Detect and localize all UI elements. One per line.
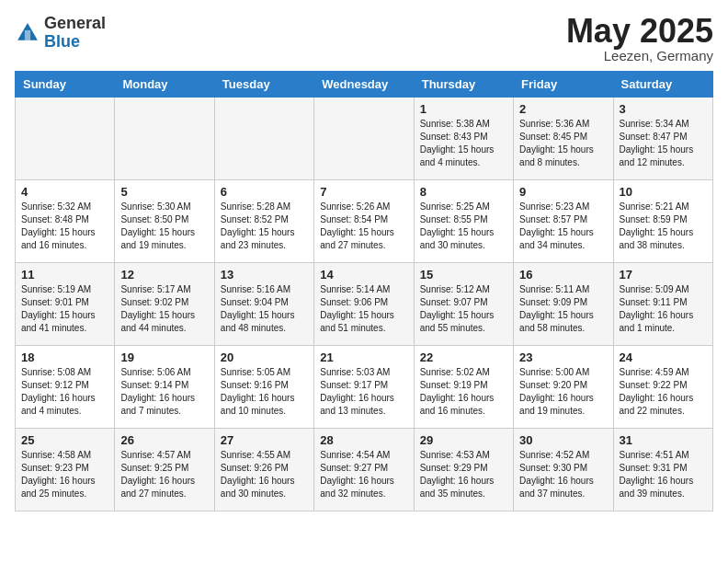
calendar-cell: 5Sunrise: 5:30 AM Sunset: 8:50 PM Daylig… [115,180,214,263]
weekday-header: Monday [115,72,214,98]
day-info: Sunrise: 5:21 AM Sunset: 8:59 PM Dayligh… [620,201,707,252]
title-block: May 2025 Leezen, Germany [566,15,713,63]
day-number: 15 [420,268,507,282]
day-info: Sunrise: 5:02 AM Sunset: 9:19 PM Dayligh… [420,366,507,418]
calendar-week-row: 1Sunrise: 5:38 AM Sunset: 8:43 PM Daylig… [16,98,713,180]
day-info: Sunrise: 4:52 AM Sunset: 9:30 PM Dayligh… [519,449,607,500]
day-number: 11 [21,268,108,282]
calendar-cell: 28Sunrise: 4:54 AM Sunset: 9:27 PM Dayli… [314,429,414,511]
calendar-cell: 27Sunrise: 4:55 AM Sunset: 9:26 PM Dayli… [214,429,313,511]
day-info: Sunrise: 5:17 AM Sunset: 9:02 PM Dayligh… [120,283,208,335]
day-number: 6 [221,185,308,199]
day-number: 23 [519,350,607,364]
calendar-cell [16,98,115,180]
day-number: 21 [320,350,407,364]
calendar-cell: 31Sunrise: 4:51 AM Sunset: 9:31 PM Dayli… [613,429,712,511]
page-header: General Blue May 2025 Leezen, Germany [15,15,713,63]
day-number: 1 [420,102,507,116]
weekday-header: Wednesday [314,72,414,98]
calendar-cell: 9Sunrise: 5:23 AM Sunset: 8:57 PM Daylig… [514,180,613,263]
day-number: 27 [221,433,308,447]
calendar-cell: 29Sunrise: 4:53 AM Sunset: 9:29 PM Dayli… [414,429,513,511]
calendar-cell [314,98,414,180]
calendar-cell: 17Sunrise: 5:09 AM Sunset: 9:11 PM Dayli… [613,263,712,346]
day-info: Sunrise: 4:54 AM Sunset: 9:27 PM Dayligh… [320,449,407,500]
day-info: Sunrise: 4:58 AM Sunset: 9:23 PM Dayligh… [21,449,108,500]
day-number: 2 [519,102,607,116]
day-info: Sunrise: 5:19 AM Sunset: 9:01 PM Dayligh… [21,283,108,335]
day-number: 8 [420,185,507,199]
day-number: 10 [620,185,707,199]
svg-rect-1 [25,30,30,40]
logo-general-text: General [44,14,106,32]
calendar-cell: 18Sunrise: 5:08 AM Sunset: 9:12 PM Dayli… [16,346,115,429]
calendar-cell: 4Sunrise: 5:32 AM Sunset: 8:48 PM Daylig… [16,180,115,263]
day-info: Sunrise: 5:14 AM Sunset: 9:06 PM Dayligh… [320,283,407,335]
calendar-cell: 1Sunrise: 5:38 AM Sunset: 8:43 PM Daylig… [414,98,513,180]
day-info: Sunrise: 5:09 AM Sunset: 9:11 PM Dayligh… [620,283,707,335]
day-info: Sunrise: 5:16 AM Sunset: 9:04 PM Dayligh… [221,283,308,335]
calendar-week-row: 18Sunrise: 5:08 AM Sunset: 9:12 PM Dayli… [16,346,713,429]
calendar-week-row: 11Sunrise: 5:19 AM Sunset: 9:01 PM Dayli… [16,263,713,346]
calendar-week-row: 4Sunrise: 5:32 AM Sunset: 8:48 PM Daylig… [16,180,713,263]
calendar-cell: 26Sunrise: 4:57 AM Sunset: 9:25 PM Dayli… [115,429,214,511]
day-number: 16 [519,268,607,282]
day-info: Sunrise: 4:57 AM Sunset: 9:25 PM Dayligh… [120,449,208,500]
weekday-header: Tuesday [214,72,313,98]
calendar-cell: 20Sunrise: 5:05 AM Sunset: 9:16 PM Dayli… [214,346,313,429]
calendar-cell: 23Sunrise: 5:00 AM Sunset: 9:20 PM Dayli… [514,346,613,429]
calendar-cell: 25Sunrise: 4:58 AM Sunset: 9:23 PM Dayli… [16,429,115,511]
day-info: Sunrise: 5:00 AM Sunset: 9:20 PM Dayligh… [519,366,607,418]
calendar-cell: 14Sunrise: 5:14 AM Sunset: 9:06 PM Dayli… [314,263,414,346]
day-number: 13 [221,268,308,282]
day-info: Sunrise: 5:23 AM Sunset: 8:57 PM Dayligh… [519,201,607,252]
day-info: Sunrise: 5:11 AM Sunset: 9:09 PM Dayligh… [519,283,607,335]
calendar-cell: 2Sunrise: 5:36 AM Sunset: 8:45 PM Daylig… [514,98,613,180]
calendar-week-row: 25Sunrise: 4:58 AM Sunset: 9:23 PM Dayli… [16,429,713,511]
day-info: Sunrise: 5:25 AM Sunset: 8:55 PM Dayligh… [420,201,507,252]
calendar-cell: 7Sunrise: 5:26 AM Sunset: 8:54 PM Daylig… [314,180,414,263]
day-number: 29 [420,433,507,447]
day-number: 14 [320,268,407,282]
calendar-cell [115,98,214,180]
day-number: 18 [21,350,108,364]
calendar-cell: 13Sunrise: 5:16 AM Sunset: 9:04 PM Dayli… [214,263,313,346]
day-info: Sunrise: 5:36 AM Sunset: 8:45 PM Dayligh… [519,118,607,169]
calendar-cell: 16Sunrise: 5:11 AM Sunset: 9:09 PM Dayli… [514,263,613,346]
day-number: 9 [519,185,607,199]
calendar-cell: 19Sunrise: 5:06 AM Sunset: 9:14 PM Dayli… [115,346,214,429]
day-number: 25 [21,433,108,447]
day-info: Sunrise: 4:55 AM Sunset: 9:26 PM Dayligh… [221,449,308,500]
day-info: Sunrise: 5:05 AM Sunset: 9:16 PM Dayligh… [221,366,308,418]
calendar-cell: 24Sunrise: 4:59 AM Sunset: 9:22 PM Dayli… [613,346,712,429]
weekday-header: Thursday [414,72,513,98]
weekday-header: Saturday [613,72,712,98]
day-info: Sunrise: 5:12 AM Sunset: 9:07 PM Dayligh… [420,283,507,335]
day-number: 17 [620,268,707,282]
day-info: Sunrise: 5:38 AM Sunset: 8:43 PM Dayligh… [420,118,507,169]
calendar-cell: 22Sunrise: 5:02 AM Sunset: 9:19 PM Dayli… [414,346,513,429]
weekday-header: Sunday [16,72,115,98]
calendar-cell: 15Sunrise: 5:12 AM Sunset: 9:07 PM Dayli… [414,263,513,346]
calendar-cell: 30Sunrise: 4:52 AM Sunset: 9:30 PM Dayli… [514,429,613,511]
day-number: 7 [320,185,407,199]
calendar-cell: 21Sunrise: 5:03 AM Sunset: 9:17 PM Dayli… [314,346,414,429]
day-info: Sunrise: 5:30 AM Sunset: 8:50 PM Dayligh… [120,201,208,252]
day-info: Sunrise: 5:32 AM Sunset: 8:48 PM Dayligh… [21,201,108,252]
day-number: 19 [120,350,208,364]
day-number: 20 [221,350,308,364]
day-number: 28 [320,433,407,447]
calendar-cell: 8Sunrise: 5:25 AM Sunset: 8:55 PM Daylig… [414,180,513,263]
day-number: 5 [120,185,208,199]
day-info: Sunrise: 4:59 AM Sunset: 9:22 PM Dayligh… [620,366,707,418]
day-info: Sunrise: 4:53 AM Sunset: 9:29 PM Dayligh… [420,449,507,500]
day-number: 4 [21,185,108,199]
calendar-cell: 12Sunrise: 5:17 AM Sunset: 9:02 PM Dayli… [115,263,214,346]
month-title: May 2025 [566,15,713,48]
calendar-cell: 10Sunrise: 5:21 AM Sunset: 8:59 PM Dayli… [613,180,712,263]
day-info: Sunrise: 5:28 AM Sunset: 8:52 PM Dayligh… [221,201,308,252]
calendar-cell: 3Sunrise: 5:34 AM Sunset: 8:47 PM Daylig… [613,98,712,180]
day-info: Sunrise: 5:08 AM Sunset: 9:12 PM Dayligh… [21,366,108,418]
day-number: 3 [620,102,707,116]
day-number: 30 [519,433,607,447]
